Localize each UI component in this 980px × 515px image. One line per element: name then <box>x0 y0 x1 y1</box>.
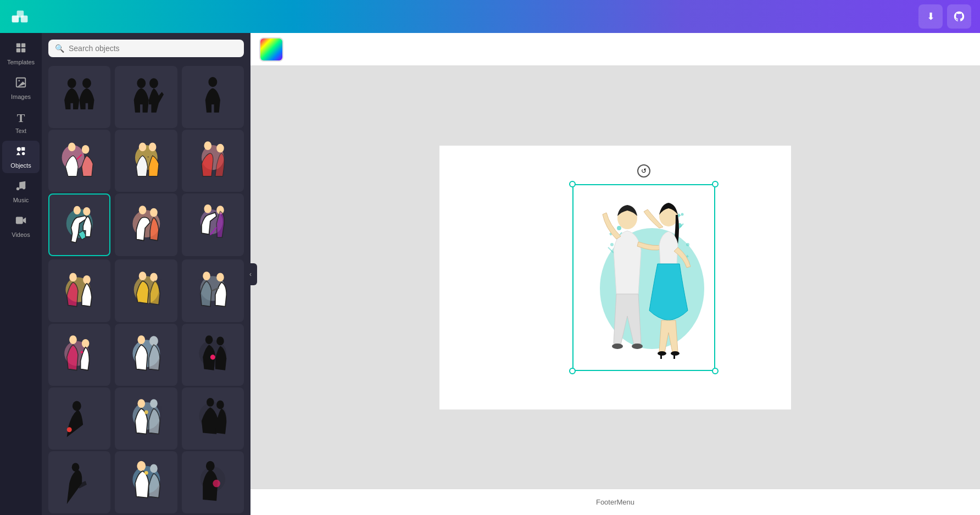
object-item[interactable] <box>48 451 110 513</box>
svg-rect-5 <box>16 48 20 52</box>
search-icon: 🔍 <box>55 44 64 53</box>
music-label: Music <box>13 197 29 203</box>
svg-point-78 <box>610 243 614 246</box>
svg-point-8 <box>18 80 20 81</box>
svg-point-28 <box>204 142 211 151</box>
sidebar-item-text[interactable]: T Text <box>2 107 40 139</box>
svg-point-13 <box>23 186 26 190</box>
svg-point-67 <box>216 400 224 409</box>
svg-point-44 <box>150 273 158 281</box>
svg-point-40 <box>70 273 77 281</box>
object-item[interactable] <box>48 130 110 192</box>
svg-point-66 <box>207 398 214 407</box>
object-item[interactable] <box>182 259 244 322</box>
rotate-handle[interactable]: ↺ <box>637 164 650 178</box>
object-item[interactable] <box>182 324 244 386</box>
object-item[interactable] <box>115 387 177 450</box>
object-item[interactable] <box>182 130 244 192</box>
svg-rect-3 <box>16 43 20 47</box>
canvas-viewport[interactable]: ↺ <box>250 66 980 489</box>
object-item[interactable] <box>182 193 244 256</box>
svg-point-77 <box>617 226 621 230</box>
svg-point-34 <box>138 206 146 214</box>
handle-bottom-right[interactable] <box>712 368 719 374</box>
sidebar-item-videos[interactable]: Videos <box>2 210 40 242</box>
objects-panel: 🔍 <box>42 33 250 515</box>
text-icon: T <box>17 111 25 125</box>
objects-label: Objects <box>10 162 31 169</box>
svg-point-51 <box>81 351 83 353</box>
text-label: Text <box>15 128 26 134</box>
object-item[interactable] <box>115 324 177 386</box>
svg-point-49 <box>70 335 77 344</box>
object-item[interactable] <box>48 66 110 128</box>
svg-point-43 <box>138 272 146 280</box>
templates-icon <box>15 42 27 57</box>
sidebar-item-music[interactable]: Music <box>2 175 40 208</box>
svg-point-29 <box>216 144 224 153</box>
svg-point-12 <box>16 187 20 191</box>
canvas-footer: FooterMenu <box>250 489 980 515</box>
download-button[interactable]: ⬇ <box>918 4 943 29</box>
object-item[interactable] <box>115 259 177 322</box>
svg-point-75 <box>213 480 220 488</box>
svg-point-35 <box>150 208 158 217</box>
sidebar-item-objects[interactable]: Objects <box>2 141 40 173</box>
canvas-toolbar <box>250 33 980 66</box>
templates-label: Templates <box>7 59 35 65</box>
object-item[interactable] <box>48 387 110 450</box>
videos-icon <box>15 214 27 229</box>
svg-point-16 <box>82 79 91 88</box>
search-input[interactable] <box>69 44 237 53</box>
object-item[interactable] <box>115 130 177 192</box>
svg-rect-95 <box>673 355 675 359</box>
svg-point-15 <box>68 79 76 88</box>
svg-rect-14 <box>16 217 23 224</box>
handle-top-right[interactable] <box>712 181 719 187</box>
object-item[interactable] <box>182 451 244 513</box>
color-picker-button[interactable] <box>259 37 283 62</box>
app-header: ⬇ <box>0 0 980 33</box>
search-input-wrap: 🔍 <box>48 40 244 57</box>
object-item[interactable] <box>48 193 110 256</box>
sidebar-nav: Templates Images T Text <box>0 33 42 515</box>
object-item[interactable] <box>115 66 177 128</box>
svg-point-62 <box>137 399 145 408</box>
svg-rect-93 <box>660 355 662 359</box>
svg-point-71 <box>150 464 158 473</box>
music-icon <box>15 180 27 195</box>
object-item[interactable] <box>182 66 244 128</box>
object-item[interactable] <box>48 324 110 386</box>
handle-top-left[interactable] <box>569 181 576 187</box>
svg-point-31 <box>74 206 81 214</box>
svg-point-9 <box>17 147 21 151</box>
svg-point-32 <box>83 207 90 215</box>
svg-point-19 <box>208 77 217 87</box>
svg-point-63 <box>150 399 158 408</box>
object-item[interactable] <box>115 193 177 256</box>
sidebar-item-templates[interactable]: Templates <box>2 37 40 70</box>
object-item[interactable] <box>182 387 244 450</box>
selected-object[interactable]: ↺ <box>572 184 715 371</box>
collapse-panel-button[interactable]: ‹ <box>244 263 257 285</box>
object-item[interactable] <box>115 451 177 513</box>
svg-rect-2 <box>21 15 28 23</box>
svg-point-21 <box>68 143 76 152</box>
svg-point-17 <box>137 79 146 88</box>
sidebar-item-images[interactable]: Images <box>2 72 40 104</box>
github-button[interactable] <box>947 4 971 29</box>
svg-point-24 <box>138 143 146 152</box>
svg-point-53 <box>137 335 145 344</box>
svg-rect-11 <box>22 152 25 156</box>
handle-bottom-left[interactable] <box>569 368 576 374</box>
images-label: Images <box>11 93 31 100</box>
object-item[interactable] <box>48 259 110 322</box>
app-logo <box>9 5 31 27</box>
svg-point-50 <box>82 339 90 348</box>
svg-point-70 <box>137 461 146 471</box>
svg-point-56 <box>205 335 213 344</box>
images-icon <box>15 76 27 91</box>
svg-point-41 <box>83 275 91 284</box>
svg-point-74 <box>206 461 215 471</box>
svg-point-80 <box>686 243 689 246</box>
